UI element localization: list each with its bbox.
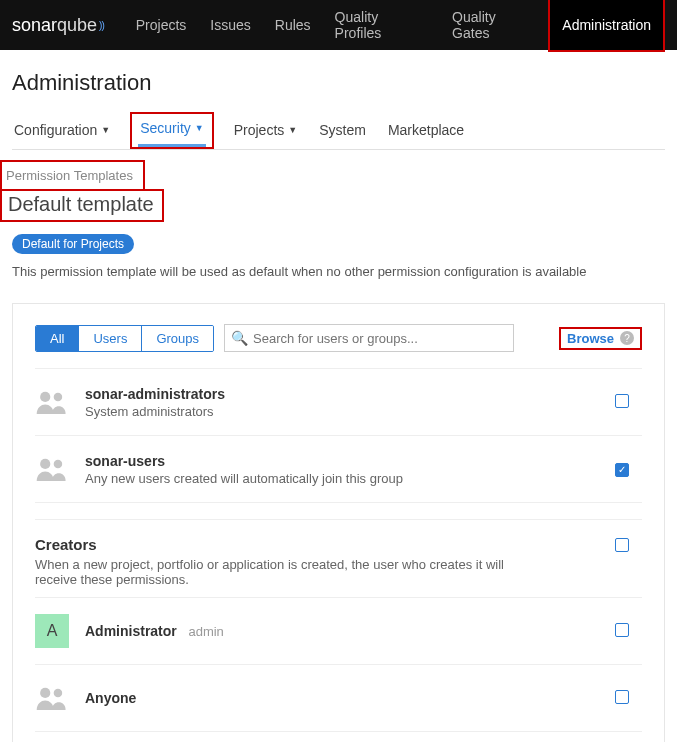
group-row: sonar-administrators System administrato… <box>35 369 642 436</box>
row-body: sonar-administrators System administrato… <box>85 386 602 419</box>
user-login: admin <box>188 624 223 639</box>
filter-all[interactable]: All <box>36 326 79 351</box>
highlight-administration: Administration <box>548 0 665 52</box>
group-row: sonar-users Any new users created will a… <box>35 436 642 503</box>
row-check <box>602 461 642 477</box>
subnav-security[interactable]: Security▼ <box>138 114 206 147</box>
nav-quality-profiles[interactable]: Quality Profiles <box>323 0 440 50</box>
group-icon <box>35 452 69 486</box>
group-row: Anyone <box>35 665 642 732</box>
subnav-projects[interactable]: Projects▼ <box>232 112 300 149</box>
svg-point-4 <box>40 688 50 698</box>
breadcrumb-area: Permission Templates Default template <box>12 160 665 222</box>
filter-segment: All Users Groups <box>35 325 214 352</box>
row-check <box>602 520 642 555</box>
panel-toolbar: All Users Groups 🔍 Browse ? <box>35 324 642 352</box>
help-icon[interactable]: ? <box>620 331 634 345</box>
row-check <box>602 623 642 640</box>
creators-desc: When a new project, portfolio or applica… <box>35 557 515 587</box>
row-body: Administrator admin <box>85 623 602 639</box>
row-body: sonar-users Any new users created will a… <box>85 453 602 486</box>
nav-issues[interactable]: Issues <box>198 0 262 50</box>
logo-text-b: qube <box>57 15 97 36</box>
checkbox[interactable] <box>615 394 629 408</box>
highlight-breadcrumb: Permission Templates <box>0 160 145 191</box>
subnav-marketplace[interactable]: Marketplace <box>386 112 466 149</box>
creators-title: Creators <box>35 536 602 553</box>
group-desc: Any new users created will automatically… <box>85 471 602 486</box>
group-name: sonar-users <box>85 453 165 469</box>
filter-users[interactable]: Users <box>79 326 142 351</box>
avatar-letter: A <box>35 614 69 648</box>
checkbox-checked[interactable] <box>615 463 629 477</box>
svg-point-1 <box>54 393 63 402</box>
logo-waves-icon: )) <box>99 20 104 31</box>
nav-quality-gates[interactable]: Quality Gates <box>440 0 548 50</box>
highlight-security: Security▼ <box>130 112 214 149</box>
checkbox[interactable] <box>615 538 629 552</box>
user-row: A Administrator admin <box>35 597 642 665</box>
page-body: Administration Configuration▼ Security▼ … <box>0 50 677 742</box>
permissions-panel: All Users Groups 🔍 Browse ? <box>12 303 665 742</box>
top-nav: sonarqube )) Projects Issues Rules Quali… <box>0 0 677 50</box>
logo-text-a: sonar <box>12 15 57 36</box>
search-icon: 🔍 <box>231 330 248 346</box>
toolbar-left: All Users Groups 🔍 <box>35 324 514 352</box>
template-description: This permission template will be used as… <box>12 264 665 279</box>
logo[interactable]: sonarqube )) <box>12 15 104 36</box>
nav-projects[interactable]: Projects <box>124 0 199 50</box>
group-name: sonar-administrators <box>85 386 225 402</box>
user-row-badges: B badges badges <box>35 732 642 742</box>
creators-section: Creators When a new project, portfolio o… <box>35 519 642 597</box>
svg-point-0 <box>40 392 50 402</box>
checkbox[interactable] <box>615 690 629 704</box>
group-desc: System administrators <box>85 404 602 419</box>
user-name: Administrator <box>85 623 177 639</box>
row-check <box>602 394 642 411</box>
highlight-browse: Browse ? <box>559 327 642 350</box>
subnav-system[interactable]: System <box>317 112 368 149</box>
chevron-down-icon: ▼ <box>195 123 204 133</box>
group-name: Anyone <box>85 690 136 706</box>
highlight-template-title: Default template <box>0 189 164 222</box>
row-body: Anyone <box>85 690 602 706</box>
checkbox[interactable] <box>615 623 629 637</box>
group-icon <box>35 385 69 419</box>
svg-point-3 <box>54 460 63 469</box>
search-input[interactable] <box>224 324 514 352</box>
svg-point-5 <box>54 689 63 698</box>
template-title: Default template <box>4 191 158 218</box>
default-for-projects-badge: Default for Projects <box>12 234 134 254</box>
spacer <box>35 503 642 519</box>
chevron-down-icon: ▼ <box>101 125 110 135</box>
rows-group1: sonar-administrators System administrato… <box>35 368 642 503</box>
sub-nav: Configuration▼ Security▼ Projects▼ Syste… <box>12 112 665 150</box>
group-icon <box>35 681 69 715</box>
filter-groups[interactable]: Groups <box>142 326 213 351</box>
nav-administration[interactable]: Administration <box>550 0 663 50</box>
chevron-down-icon: ▼ <box>288 125 297 135</box>
page-title: Administration <box>12 70 665 96</box>
search-wrap: 🔍 <box>224 324 514 352</box>
breadcrumb[interactable]: Permission Templates <box>2 162 137 189</box>
svg-point-2 <box>40 459 50 469</box>
subnav-configuration[interactable]: Configuration▼ <box>12 112 112 149</box>
browse-link[interactable]: Browse <box>567 331 614 346</box>
nav-rules[interactable]: Rules <box>263 0 323 50</box>
creators-head: Creators When a new project, portfolio o… <box>35 520 602 597</box>
row-check <box>602 690 642 707</box>
